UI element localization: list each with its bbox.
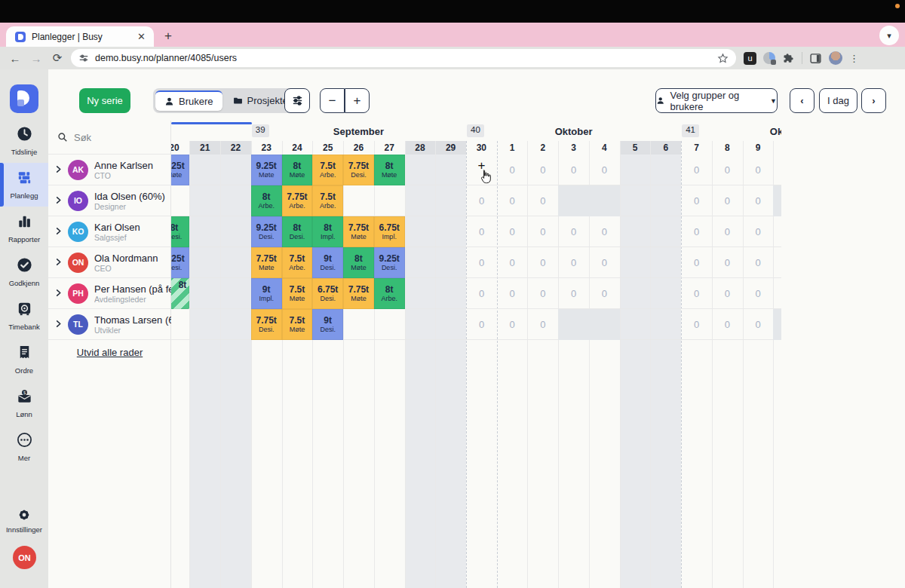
next-period-button[interactable]: › — [861, 88, 886, 113]
expand-all-rows-link[interactable]: Utvid alle rader — [48, 347, 171, 358]
zero-hours-cell[interactable]: 0 — [589, 216, 620, 247]
allocation-cell[interactable]: 8tDesi. — [282, 216, 313, 247]
zero-hours-cell[interactable]: 0 — [773, 247, 781, 278]
today-button[interactable]: I dag — [819, 88, 857, 113]
sidebar-item-timebank[interactable]: Timebank — [0, 294, 48, 338]
allocation-cell[interactable]: 8tMøte — [343, 247, 374, 278]
zero-hours-cell[interactable]: 0 — [497, 309, 528, 340]
reload-icon[interactable]: ⟳ — [47, 51, 68, 65]
zero-hours-cell[interactable]: 0 — [527, 155, 558, 185]
zero-hours-cell[interactable]: 0 — [558, 155, 589, 185]
allocation-cell[interactable]: 8tArbe. — [374, 278, 405, 309]
expand-row-chevron-icon[interactable] — [48, 194, 68, 207]
zoom-in-button[interactable]: + — [345, 88, 370, 113]
allocation-cell[interactable]: 8tDesi. — [171, 216, 189, 247]
sidebar-item-innstillinger[interactable]: Innstillinger — [0, 507, 48, 534]
tab-brukere[interactable]: Brukere — [155, 90, 222, 111]
zero-hours-cell[interactable]: 0 — [681, 185, 712, 216]
zero-hours-cell[interactable]: 0 — [558, 247, 589, 278]
allocation-cell[interactable]: 9tImpl. — [251, 278, 282, 309]
group-picker-dropdown[interactable]: Velg grupper og brukere ▼ — [655, 88, 778, 113]
allocation-cell[interactable]: 7.5tArbe. — [312, 185, 343, 216]
browser-tab[interactable]: Planlegger | Busy ✕ — [6, 26, 154, 47]
allocation-cell[interactable]: 7.75tArbe. — [282, 185, 313, 216]
allocation-cell[interactable]: 7.75tMøte — [343, 216, 374, 247]
zero-hours-cell[interactable]: 0 — [466, 247, 497, 278]
zero-hours-cell[interactable]: 0 — [527, 247, 558, 278]
zero-hours-cell[interactable]: 0 — [589, 247, 620, 278]
zero-hours-cell[interactable]: 0 — [527, 278, 558, 309]
zero-hours-cell[interactable]: 0 — [497, 185, 528, 216]
allocation-cell[interactable]: 7.75tMøte — [251, 247, 282, 278]
allocation-cell[interactable]: 9.25tMøte — [171, 155, 189, 185]
allocation-cell[interactable]: 8tMøte — [374, 155, 405, 185]
busy-logo[interactable] — [10, 84, 38, 113]
sidebar-item-planlegg[interactable]: Planlegg — [0, 163, 48, 207]
side-panel-icon[interactable] — [809, 52, 822, 65]
allocation-cell[interactable]: 7.75tMøte — [343, 278, 374, 309]
zero-hours-cell[interactable]: 0 — [527, 309, 558, 340]
allocation-cell-vacation[interactable]: 8t — [171, 278, 189, 309]
zero-hours-cell[interactable]: 0 — [743, 185, 774, 216]
new-series-button[interactable]: Ny serie — [79, 88, 130, 113]
zero-hours-cell[interactable]: 0 — [589, 278, 620, 309]
zero-hours-cell[interactable]: 0 — [681, 155, 712, 185]
user-avatar[interactable]: TL — [68, 314, 88, 335]
sidebar-item-rapporter[interactable]: Rapporter — [0, 207, 48, 250]
url-bar[interactable]: demo.busy.no/planner/4085/users — [71, 49, 736, 67]
allocation-cell[interactable]: 8tArbe. — [251, 185, 282, 216]
user-avatar[interactable]: AK — [68, 160, 88, 180]
forward-icon[interactable]: → — [26, 52, 47, 65]
allocation-cell[interactable]: 8tImpl. — [312, 216, 343, 247]
expand-row-chevron-icon[interactable] — [48, 317, 68, 331]
extension-icon-lock[interactable] — [763, 52, 775, 64]
zero-hours-cell[interactable]: 0 — [712, 216, 743, 247]
zero-hours-cell[interactable]: 0 — [681, 309, 712, 340]
zero-hours-cell[interactable]: 0 — [466, 216, 497, 247]
zero-hours-cell[interactable]: 0 — [712, 185, 743, 216]
zero-hours-cell[interactable]: 0 — [743, 309, 774, 340]
allocation-cell[interactable]: 7.5tMøte — [282, 278, 313, 309]
sidebar-item-tidslinje[interactable]: Tidslinje — [0, 119, 48, 163]
extensions-puzzle-icon[interactable] — [782, 52, 795, 65]
allocation-cell[interactable]: 7.5tArbe. — [282, 247, 313, 278]
allocation-cell[interactable]: 7.5tArbe. — [312, 155, 343, 185]
zero-hours-cell[interactable]: 0 — [497, 155, 528, 185]
allocation-cell[interactable]: 6.75tImpl. — [374, 216, 405, 247]
zero-hours-cell[interactable]: 0 — [773, 278, 781, 309]
expand-row-chevron-icon[interactable] — [48, 286, 68, 300]
browser-menu-icon[interactable]: ⋮ — [849, 53, 859, 64]
zero-hours-cell[interactable]: 0 — [681, 247, 712, 278]
zero-hours-cell[interactable]: 0 — [497, 278, 528, 309]
allocation-cell[interactable]: 9.25tDesi. — [251, 216, 282, 247]
filter-button[interactable] — [284, 88, 310, 113]
zero-hours-cell[interactable]: 0 — [497, 216, 528, 247]
allocation-cell[interactable]: 8tMøte — [282, 155, 313, 185]
zoom-out-button[interactable]: − — [320, 88, 345, 113]
user-avatar[interactable]: IO — [68, 191, 88, 211]
zero-hours-cell[interactable]: 0 — [466, 278, 497, 309]
expand-row-chevron-icon[interactable] — [48, 225, 68, 238]
new-tab-button[interactable]: + — [160, 29, 176, 44]
zero-hours-cell[interactable]: 0 — [527, 185, 558, 216]
search-input[interactable]: Søk — [48, 121, 171, 155]
zero-hours-cell[interactable]: 0 — [743, 278, 774, 309]
zero-hours-cell[interactable]: 0 — [589, 155, 620, 185]
zero-hours-cell[interactable]: 0 — [743, 216, 774, 247]
zero-hours-cell[interactable]: 0 — [712, 309, 743, 340]
tab-search-chevron-icon[interactable]: ▾ — [879, 26, 899, 45]
allocation-cell[interactable]: 9.25tMøte — [251, 155, 282, 185]
allocation-cell[interactable]: 6.75tDesi. — [312, 278, 343, 309]
zero-hours-cell[interactable]: 0 — [466, 185, 497, 216]
zero-hours-cell[interactable]: 0 — [712, 247, 743, 278]
zero-hours-cell[interactable]: 0 — [712, 155, 743, 185]
user-avatar[interactable]: PH — [68, 283, 88, 304]
profile-avatar[interactable] — [829, 51, 842, 65]
zero-hours-cell[interactable]: 0 — [558, 216, 589, 247]
scroll-position-indicator[interactable] — [171, 122, 252, 124]
expand-row-chevron-icon[interactable] — [48, 163, 68, 176]
sidebar-item-mer[interactable]: Mer — [0, 425, 48, 469]
zero-hours-cell[interactable]: 0 — [681, 278, 712, 309]
zero-hours-cell[interactable]: 0 — [527, 216, 558, 247]
zero-hours-cell[interactable]: 0 — [773, 216, 781, 247]
